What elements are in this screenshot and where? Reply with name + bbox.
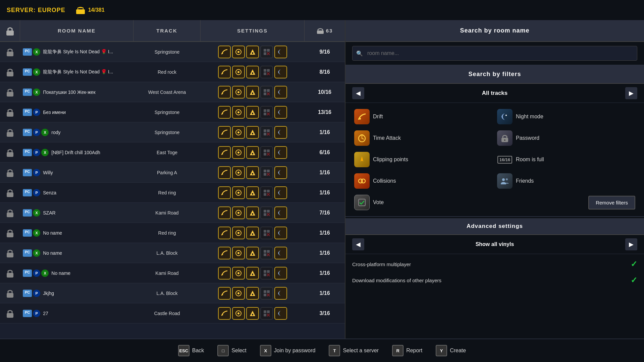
room-name-text: 27 (43, 311, 48, 316)
table-row[interactable]: PCPX No name Kami Road 1/16 (0, 263, 345, 283)
table-row[interactable]: PCP Willy Parking A 1/16 (0, 163, 345, 183)
platform-ps-badge: P (33, 149, 40, 156)
setting-icon-3 (260, 166, 273, 179)
svg-rect-65 (264, 149, 266, 152)
row-name: PCP Без имени (20, 109, 133, 116)
table-row[interactable]: PCP 27 Castle Road 3/16 (0, 303, 345, 323)
svg-rect-143 (267, 290, 270, 293)
room-name-text: Senza (43, 190, 56, 195)
vinyls-next-button[interactable]: ▶ (625, 238, 637, 250)
setting-icon-1 (232, 186, 245, 199)
svg-rect-54 (264, 129, 266, 132)
row-settings (201, 267, 305, 280)
svg-rect-109 (264, 230, 266, 233)
filter-collisions[interactable]: Collisions (352, 171, 494, 191)
table-row[interactable]: PCP Senza Red ring 1/16 (0, 183, 345, 203)
search-filters-header: Search by filters (345, 65, 644, 84)
row-track: Castle Road (133, 311, 201, 316)
platform-pc-badge: PC (23, 129, 32, 136)
row-players: 10/16 (305, 89, 345, 95)
select-action[interactable]: □ Select (217, 345, 246, 356)
svg-rect-131 (264, 270, 266, 273)
table-row[interactable]: PCPX rody Springstone 1/16 (0, 122, 345, 142)
svg-point-29 (237, 91, 239, 93)
row-track: Kami Road (133, 270, 201, 276)
platform-icons: PCPX (23, 129, 49, 136)
table-row[interactable]: PCX SZAR Kami Road 7/16 (0, 203, 345, 223)
table-row[interactable]: PCX No name Red ring 1/16 (0, 223, 345, 243)
tracks-next-button[interactable]: ▶ (625, 87, 637, 99)
svg-rect-92 (7, 213, 13, 217)
table-row[interactable]: PCX Покатушки 100 Жек-жек West Coast Are… (0, 82, 345, 102)
svg-rect-110 (267, 230, 270, 233)
filter-time-attack[interactable]: Time Attack (352, 128, 494, 148)
setting-icon-4 (274, 46, 287, 58)
right-panel: Search by room name Search by filters ◀ … (345, 20, 644, 339)
platform-xbox-badge: X (33, 209, 40, 217)
filter-night-mode[interactable]: Night mode (495, 106, 637, 127)
table-row[interactable]: PCP Jkjhg L.A. Block 1/16 (0, 283, 345, 303)
table-row[interactable]: PCPX [NBF] Drift chill 100Adh East Toge … (0, 142, 345, 163)
drift-icon (354, 109, 370, 124)
svg-point-169 (502, 178, 505, 181)
platform-xbox-badge: X (33, 48, 40, 56)
row-settings (201, 66, 305, 78)
row-players: 1/16 (305, 270, 345, 276)
join-by-password-action[interactable]: X Join by password (260, 345, 316, 356)
setting-icon-3 (260, 186, 273, 199)
search-room-input[interactable] (352, 46, 637, 61)
row-track: Red ring (133, 230, 201, 236)
svg-rect-141 (252, 294, 253, 295)
row-name: PCX 龍龍争鼻 Style Is Not Dead 🌹 I... (20, 68, 133, 76)
create-action[interactable]: Y Create (436, 345, 466, 356)
back-action[interactable]: ESC Back (178, 345, 204, 356)
filter-friends[interactable]: Friends (495, 171, 637, 191)
row-name: PCPX rody (20, 129, 133, 136)
svg-rect-78 (264, 173, 266, 176)
row-name: PCX Покатушки 100 Жек-жек (20, 88, 133, 96)
table-row[interactable]: PCX 龍龍争鼻 Style Is Not Dead 🌹 I... Red ro… (0, 62, 345, 82)
setting-icon-2 (246, 86, 259, 99)
table-row[interactable]: PCX 龍龍争鼻 Style Is Not Dead 🌹 I... Spring… (0, 42, 345, 62)
svg-rect-42 (252, 113, 253, 114)
report-action[interactable]: R Report (392, 345, 422, 356)
main-layout: ROOM NAME TRACK SETTINGS 63 PCX 龍 (0, 20, 644, 339)
setting-icon-2 (246, 46, 259, 58)
svg-point-117 (237, 252, 239, 254)
svg-point-93 (222, 214, 223, 215)
row-settings (201, 146, 305, 159)
vinyls-prev-button[interactable]: ◀ (352, 238, 364, 250)
table-row[interactable]: PCX No name L.A. Block 1/16 (0, 243, 345, 263)
svg-rect-12 (264, 52, 266, 55)
filter-vote[interactable]: Vote (352, 192, 494, 213)
svg-rect-89 (264, 193, 266, 196)
platform-ps-badge: P (33, 109, 40, 116)
setting-icon-0 (218, 186, 231, 199)
lock-icon (6, 289, 14, 298)
select-server-action[interactable]: T Select a server (329, 345, 379, 356)
platform-ps-badge: P (33, 269, 40, 277)
row-lock (0, 148, 20, 157)
svg-point-104 (222, 234, 223, 235)
svg-rect-114 (7, 253, 13, 257)
room-name-text: No name (43, 230, 62, 236)
svg-rect-31 (252, 93, 253, 94)
remove-filters-button[interactable]: Remove filters (588, 196, 635, 209)
svg-point-158 (359, 118, 361, 120)
filter-drift[interactable]: Drift (352, 106, 494, 127)
svg-point-27 (222, 93, 223, 94)
tracks-prev-button[interactable]: ◀ (352, 87, 364, 99)
setting-icon-2 (246, 146, 259, 159)
svg-rect-67 (264, 153, 266, 156)
svg-marker-166 (361, 156, 363, 162)
setting-icon-3 (260, 46, 273, 58)
setting-icon-3 (260, 247, 273, 259)
svg-rect-43 (264, 109, 266, 112)
platform-icons: PCP (23, 189, 40, 196)
filter-room-is-full[interactable]: 16/16 Room is full (495, 149, 637, 170)
filter-password[interactable]: Password (495, 128, 637, 148)
svg-rect-98 (264, 210, 266, 213)
filter-clipping-points[interactable]: Clipping points (352, 149, 494, 170)
lock-icon (6, 208, 14, 217)
table-row[interactable]: PCP Без имени Springstone 13/16 (0, 102, 345, 122)
